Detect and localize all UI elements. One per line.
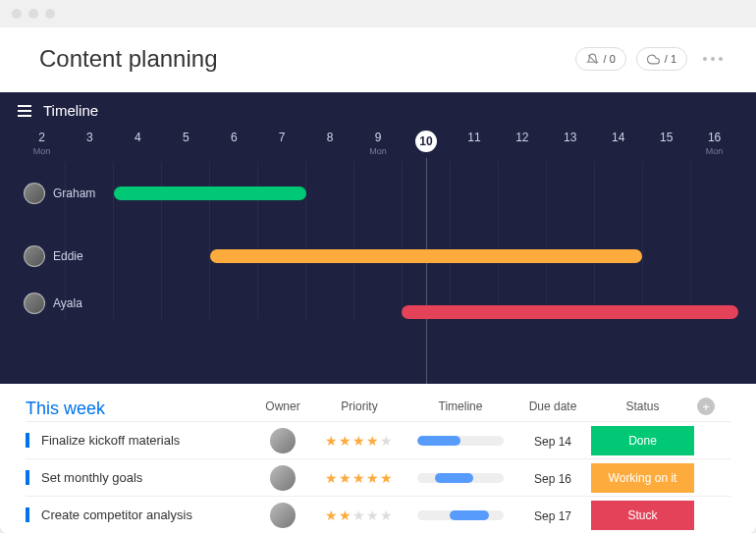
date-col[interactable]: 2Mon <box>18 131 66 162</box>
notifications-pill[interactable]: / 0 <box>575 47 626 71</box>
date-col[interactable]: 11 <box>450 131 498 162</box>
date-col[interactable]: 16Mon <box>690 131 738 162</box>
date-number: 15 <box>642 131 690 144</box>
week-panel: This week Owner Priority Timeline Due da… <box>0 384 756 533</box>
gantt-bar[interactable] <box>402 305 738 319</box>
priority-stars[interactable]: ★★★★★ <box>325 507 394 523</box>
date-number: 8 <box>306 131 354 144</box>
date-number: 7 <box>258 131 306 144</box>
week-title: This week <box>26 399 253 419</box>
gantt-area[interactable]: GrahamEddieAyala <box>0 162 756 319</box>
date-col[interactable]: 4 <box>114 131 162 162</box>
priority-stars[interactable]: ★★★★★ <box>325 433 394 449</box>
menu-icon[interactable] <box>18 105 31 117</box>
window-titlebar <box>0 0 756 27</box>
gantt-row: Graham <box>18 162 738 225</box>
table-row[interactable]: Set monthly goals★★★★★Sep 16Working on i… <box>26 458 730 496</box>
col-header-due: Due date <box>514 400 591 413</box>
avatar[interactable] <box>270 428 296 453</box>
gantt-row-name: Ayala <box>53 296 82 310</box>
avatar[interactable] <box>24 293 45 314</box>
page-title: Content planning <box>39 45 217 73</box>
bell-off-icon <box>586 53 599 66</box>
date-number: 13 <box>546 131 594 144</box>
date-col[interactable]: 13 <box>546 131 594 162</box>
gantt-row-label: Eddie <box>24 245 83 267</box>
avatar[interactable] <box>270 503 296 528</box>
traffic-light-close[interactable] <box>12 9 22 19</box>
col-header-priority: Priority <box>312 400 406 413</box>
date-number: 10 <box>415 131 437 152</box>
date-col[interactable]: 14 <box>594 131 642 162</box>
avatar[interactable] <box>24 183 45 204</box>
date-number: 12 <box>498 131 546 144</box>
date-number: 2 <box>18 131 66 144</box>
due-date[interactable]: Sep 17 <box>534 509 571 523</box>
date-col[interactable]: 7 <box>258 131 306 162</box>
date-dow: Mon <box>690 146 738 156</box>
timeline-title: Timeline <box>43 102 98 119</box>
col-header-status: Status <box>591 400 694 413</box>
cloud-count: / 1 <box>665 53 676 65</box>
due-date[interactable]: Sep 16 <box>534 472 571 486</box>
gantt-bar[interactable] <box>114 187 306 200</box>
gantt-row: Ayala <box>18 288 738 319</box>
task-title[interactable]: Set monthly goals <box>26 470 253 485</box>
date-number: 4 <box>114 131 162 144</box>
col-header-timeline: Timeline <box>406 400 514 413</box>
mini-timeline[interactable] <box>417 473 504 483</box>
status-badge[interactable]: Done <box>591 426 694 455</box>
gantt-row-name: Graham <box>53 187 95 200</box>
date-col[interactable]: 10 <box>403 131 451 162</box>
date-col[interactable]: 15 <box>642 131 690 162</box>
date-number: 11 <box>450 131 498 144</box>
traffic-light-min[interactable] <box>28 9 38 19</box>
date-number: 9 <box>354 131 403 144</box>
date-col[interactable]: 3 <box>66 131 114 162</box>
date-col[interactable]: 6 <box>210 131 258 162</box>
table-row[interactable]: Finalize kickoff materials★★★★★Sep 14Don… <box>26 421 730 458</box>
date-axis: 2Mon3456789Mon10111213141516Mon <box>0 131 756 162</box>
date-dow: Mon <box>18 146 66 156</box>
task-title[interactable]: Create competitor analysis <box>26 507 253 522</box>
col-header-owner: Owner <box>253 400 312 413</box>
date-number: 5 <box>162 131 210 144</box>
notifications-count: / 0 <box>604 53 616 65</box>
timeline-section: Timeline 2Mon3456789Mon10111213141516Mon… <box>0 92 756 384</box>
date-number: 3 <box>66 131 114 144</box>
due-date[interactable]: Sep 14 <box>534 435 571 449</box>
avatar[interactable] <box>270 465 296 491</box>
task-title[interactable]: Finalize kickoff materials <box>26 433 253 448</box>
date-dow: Mon <box>354 146 403 156</box>
more-menu-button[interactable] <box>697 57 729 61</box>
date-col[interactable]: 9Mon <box>354 131 403 162</box>
gantt-bar[interactable] <box>210 249 642 263</box>
status-badge[interactable]: Stuck <box>591 501 694 530</box>
table-row[interactable]: Create competitor analysis★★★★★Sep 17Stu… <box>26 496 730 533</box>
mini-timeline[interactable] <box>417 510 504 520</box>
traffic-light-max[interactable] <box>45 9 55 19</box>
cloud-icon <box>647 53 660 66</box>
date-number: 6 <box>210 131 258 144</box>
priority-stars[interactable]: ★★★★★ <box>325 470 394 486</box>
gantt-row-label: Graham <box>24 183 95 204</box>
date-number: 16 <box>690 131 738 144</box>
gantt-row-label: Ayala <box>24 293 82 314</box>
date-number: 14 <box>594 131 642 144</box>
date-col[interactable]: 8 <box>306 131 354 162</box>
cloud-pill[interactable]: / 1 <box>636 47 687 71</box>
gantt-row-name: Eddie <box>53 249 83 263</box>
avatar[interactable] <box>24 245 45 267</box>
date-col[interactable]: 12 <box>498 131 546 162</box>
gantt-row: Eddie <box>18 225 738 288</box>
date-col[interactable]: 5 <box>162 131 210 162</box>
mini-timeline[interactable] <box>417 436 504 446</box>
status-badge[interactable]: Working on it <box>591 463 694 493</box>
add-column-button[interactable]: + <box>697 398 715 415</box>
